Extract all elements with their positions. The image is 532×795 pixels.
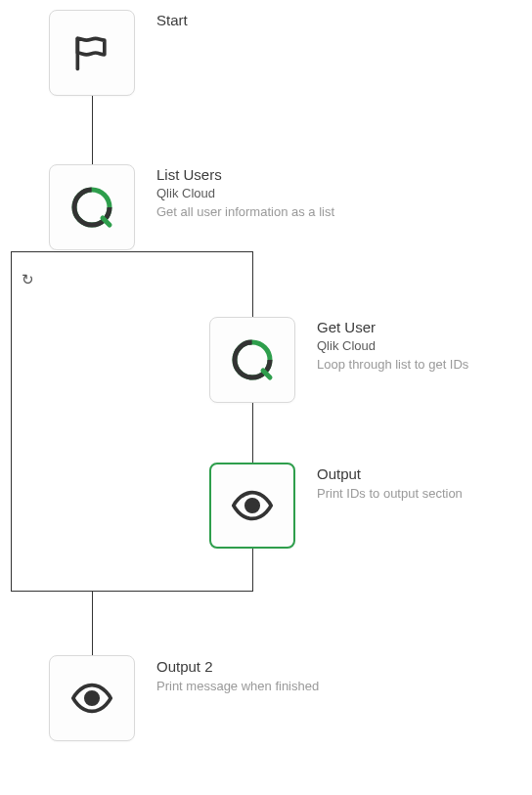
node-output-2-labels: Output 2 Print message when finished — [156, 658, 319, 695]
flag-icon — [70, 31, 113, 74]
node-title: Output 2 — [156, 658, 319, 676]
node-desc: Print IDs to output section — [317, 486, 463, 503]
node-desc: Get all user information as a list — [156, 204, 334, 221]
node-output-labels: Output Print IDs to output section — [317, 465, 463, 503]
node-subtitle: Qlik Cloud — [317, 338, 468, 354]
node-subtitle: Qlik Cloud — [156, 186, 334, 201]
loop-icon: ↻ — [22, 271, 34, 288]
node-start[interactable] — [49, 10, 135, 96]
node-title: List Users — [156, 166, 334, 184]
eye-icon — [69, 676, 114, 721]
qlik-icon — [68, 184, 115, 231]
node-desc: Loop through list to get IDs — [317, 357, 468, 374]
connector — [252, 252, 253, 317]
node-title: Output — [317, 465, 463, 483]
flow-canvas: ↻ Start List Users Qlik Cloud Get all us… — [0, 0, 532, 795]
eye-icon — [230, 483, 275, 528]
node-output[interactable] — [209, 463, 295, 549]
node-get-user[interactable] — [209, 317, 295, 403]
node-desc: Print message when finished — [156, 679, 319, 695]
node-list-users[interactable] — [49, 164, 135, 250]
node-get-user-labels: Get User Qlik Cloud Loop through list to… — [317, 319, 468, 373]
node-list-users-labels: List Users Qlik Cloud Get all user infor… — [156, 166, 334, 220]
node-title: Start — [156, 12, 188, 29]
node-start-labels: Start — [156, 12, 188, 29]
connector — [92, 96, 93, 164]
node-output-2[interactable] — [49, 655, 135, 741]
node-title: Get User — [317, 319, 468, 336]
qlik-icon — [229, 336, 276, 383]
connector — [92, 592, 93, 655]
svg-point-5 — [86, 692, 98, 704]
svg-point-4 — [246, 500, 258, 511]
